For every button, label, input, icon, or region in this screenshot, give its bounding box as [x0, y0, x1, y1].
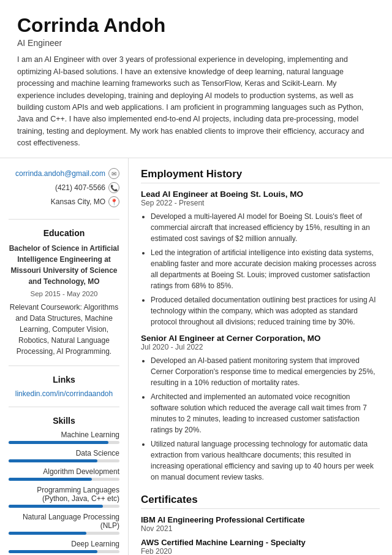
cert-name: AWS Certified Machine Learning - Special…: [141, 538, 380, 547]
sidebar: corrinda.andoh@gmail.com ✉ (421) 407-556…: [0, 158, 129, 555]
skill-bar-fill: [9, 459, 97, 462]
skill-label: Programming Languages (Python, Java, C++…: [9, 486, 119, 503]
skill-bar-fill: [9, 532, 86, 535]
skill-item: Algorithm Development: [9, 467, 119, 481]
skill-bar-fill: [9, 550, 97, 553]
skills-title: Skills: [9, 416, 119, 426]
job-dates: Sep 2022 - Present: [141, 199, 380, 207]
employment-section: Employment History Lead AI Engineer at B…: [141, 168, 380, 483]
links-title: Links: [9, 375, 119, 385]
cert-entry: AWS Certified Machine Learning - Special…: [141, 538, 380, 555]
skill-item: Data Science: [9, 449, 119, 462]
job-bullet: Produced detailed documentation outlinin…: [151, 294, 380, 327]
job-title-line: Lead AI Engineer at Boeing St. Louis, MO: [141, 189, 380, 199]
skill-label: Deep Learning: [9, 540, 119, 548]
links-content: linkedin.com/in/corrindaandoh: [9, 389, 119, 398]
skill-bar-bg: [9, 505, 119, 508]
skill-bar-bg: [9, 459, 119, 462]
skill-bar-fill: [9, 441, 108, 444]
skill-bar-fill: [9, 478, 92, 481]
skill-label: Data Science: [9, 449, 119, 457]
location-icon: 📍: [108, 196, 119, 207]
skill-item: Deep Learning: [9, 540, 119, 553]
skills-list: Machine Learning Data Science Algorithm …: [9, 431, 119, 555]
cert-entry: IBM AI Engineering Professional Certific…: [141, 515, 380, 533]
main-layout: corrinda.andoh@gmail.com ✉ (421) 407-556…: [0, 158, 392, 555]
linkedin-link[interactable]: linkedin.com/in/corrindaandoh: [15, 389, 113, 398]
job-bullets: Developed a multi-layered AI model for B…: [141, 211, 380, 327]
skill-item: Machine Learning: [9, 431, 119, 444]
candidate-name: Corrinda Andoh: [17, 13, 375, 37]
cert-date: Nov 2021: [141, 524, 380, 533]
job-bullets: Developed an AI-based patient monitoring…: [141, 355, 380, 483]
job-bullet: Architected and implemented an automated…: [151, 391, 380, 435]
job-bullet: Developed an AI-based patient monitoring…: [151, 355, 380, 388]
phone-icon: 📞: [108, 182, 119, 193]
skill-label: Natural Language Processing (NLP): [9, 513, 119, 530]
coursework-label: Relevant Coursework:: [10, 303, 82, 312]
education-section: Education Bachelor of Science in Artific…: [9, 228, 119, 366]
degree-text: Bachelor of Science in Artificial Intell…: [9, 243, 119, 287]
contact-location: Kansas City, MO 📍: [9, 196, 119, 207]
contact-phone: (421) 407-5566 📞: [9, 182, 119, 193]
employment-title: Employment History: [141, 168, 380, 183]
skill-label: Algorithm Development: [9, 467, 119, 476]
contact-section: corrinda.andoh@gmail.com ✉ (421) 407-556…: [9, 168, 119, 220]
cert-name: IBM AI Engineering Professional Certific…: [141, 515, 380, 524]
summary-text: I am an AI Engineer with over 3 years of…: [17, 54, 375, 149]
job-title-line: Senior AI Engineer at Cerner Corporation…: [141, 334, 380, 343]
skill-bar-fill: [9, 505, 103, 508]
email-icon: ✉: [108, 168, 119, 179]
contact-email[interactable]: corrinda.andoh@gmail.com ✉: [9, 168, 119, 179]
edu-dates: Sep 2015 - May 2020: [9, 289, 119, 299]
cert-date: Feb 2020: [141, 547, 380, 555]
job-title: AI Engineer: [17, 38, 375, 48]
education-title: Education: [9, 228, 119, 238]
job-dates: Jul 2020 - Jul 2022: [141, 343, 380, 351]
skill-bar-bg: [9, 478, 119, 481]
skill-label: Machine Learning: [9, 431, 119, 439]
skill-bar-bg: [9, 550, 119, 553]
certs-list: IBM AI Engineering Professional Certific…: [141, 515, 380, 555]
skill-item: Programming Languages (Python, Java, C++…: [9, 486, 119, 508]
certificates-section: Certificates IBM AI Engineering Professi…: [141, 494, 380, 555]
skill-bar-bg: [9, 441, 119, 444]
job-bullet: Utilized natural language processing tec…: [151, 438, 380, 483]
job-entry: Senior AI Engineer at Cerner Corporation…: [141, 334, 380, 483]
skill-bar-bg: [9, 532, 119, 535]
job-entry: Lead AI Engineer at Boeing St. Louis, MO…: [141, 189, 380, 327]
job-bullet: Led the integration of artificial intell…: [151, 247, 380, 291]
job-bullet: Developed a multi-layered AI model for B…: [151, 211, 380, 244]
links-section: Links linkedin.com/in/corrindaandoh: [9, 375, 119, 407]
education-content: Bachelor of Science in Artificial Intell…: [9, 243, 119, 356]
header-section: Corrinda Andoh AI Engineer I am an AI En…: [0, 0, 392, 158]
skills-section: Skills Machine Learning Data Science Alg…: [9, 416, 119, 555]
main-content: Employment History Lead AI Engineer at B…: [129, 158, 392, 555]
certificates-title: Certificates: [141, 494, 380, 509]
skill-item: Natural Language Processing (NLP): [9, 513, 119, 535]
jobs-list: Lead AI Engineer at Boeing St. Louis, MO…: [141, 189, 380, 483]
